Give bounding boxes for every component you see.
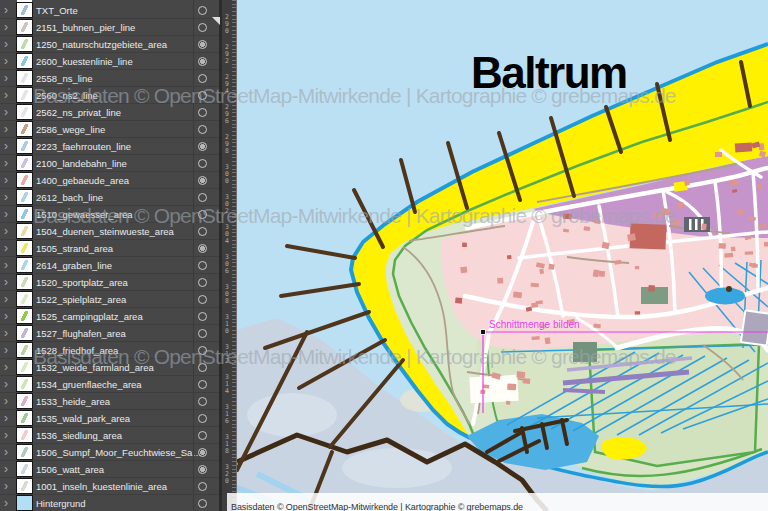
layer-row[interactable]: › TXT_Orte (0, 2, 222, 19)
layer-row[interactable]: › 1532_weide_farmland_area (0, 359, 222, 376)
layer-target-circle[interactable] (198, 6, 207, 15)
layer-row[interactable]: › 2586_wege_line (0, 121, 222, 138)
layer-row[interactable]: › 1525_campingplatz_area (0, 308, 222, 325)
expand-arrow-icon[interactable]: › (4, 325, 8, 341)
expand-arrow-icon[interactable]: › (4, 36, 8, 52)
layer-row[interactable]: › 1506_watt_area (0, 461, 222, 478)
layer-row[interactable]: › 2100_landebahn_line (0, 155, 222, 172)
layer-row[interactable]: › 2558_ns_line (0, 70, 222, 87)
expand-arrow-icon[interactable]: › (4, 121, 8, 137)
layer-target-circle[interactable] (198, 346, 207, 355)
expand-arrow-icon[interactable]: › (4, 291, 8, 307)
vertical-ruler[interactable]: 2902922942962983003023043063083103123143… (222, 0, 237, 511)
layer-target-circle[interactable] (198, 40, 207, 49)
layer-row[interactable]: › 2151_buhnen_pier_line (0, 19, 222, 36)
layer-target-circle[interactable] (198, 91, 207, 100)
layer-target-circle[interactable] (198, 414, 207, 423)
layer-row[interactable]: › 1527_flughafen_area (0, 325, 222, 342)
layer-target-circle[interactable] (198, 210, 207, 219)
layer-target-circle[interactable] (198, 176, 207, 185)
layer-target-circle[interactable] (198, 499, 207, 508)
layer-row[interactable]: › 1534_gruenflaeche_area (0, 376, 222, 393)
layer-row[interactable]: › 2562_ns_privat_line (0, 104, 222, 121)
selection-anchor[interactable] (481, 330, 486, 335)
expand-arrow-icon[interactable]: › (4, 206, 8, 222)
expand-arrow-icon[interactable]: › (4, 189, 8, 205)
layer-target-circle[interactable] (198, 482, 207, 491)
layer-target-circle[interactable] (198, 74, 207, 83)
layer-row[interactable]: › 1522_spielplatz_area (0, 291, 222, 308)
layer-target-circle[interactable] (198, 108, 207, 117)
expand-arrow-icon[interactable]: › (4, 274, 8, 290)
layer-target-circle[interactable] (198, 23, 207, 32)
expand-arrow-icon[interactable]: › (4, 495, 8, 511)
layer-row[interactable]: › 1250_naturschutzgebiete_area (0, 36, 222, 53)
expand-arrow-icon[interactable]: › (4, 155, 8, 171)
expand-arrow-icon[interactable]: › (4, 2, 8, 18)
expand-arrow-icon[interactable]: › (4, 53, 8, 69)
expand-arrow-icon[interactable]: › (4, 240, 8, 256)
layer-row[interactable]: › 2614_graben_line (0, 257, 222, 274)
layer-target-circle[interactable] (198, 295, 207, 304)
layer-target-circle[interactable] (198, 465, 207, 474)
expand-arrow-icon[interactable]: › (4, 70, 8, 86)
expand-arrow-icon[interactable]: › (4, 257, 8, 273)
layer-name: 1533_heide_area (36, 396, 110, 407)
layer-target-circle[interactable] (198, 380, 207, 389)
layer-row[interactable]: › 1510_gewaesser_area (0, 206, 222, 223)
layer-target-circle[interactable] (198, 244, 207, 253)
building (516, 371, 525, 378)
expand-arrow-icon[interactable]: › (4, 410, 8, 426)
ruler-label: 316 (225, 404, 229, 425)
expand-arrow-icon[interactable]: › (4, 376, 8, 392)
expand-arrow-icon[interactable]: › (4, 461, 8, 477)
layer-target-circle[interactable] (198, 227, 207, 236)
layer-row[interactable]: › 1520_sportplatz_area (0, 274, 222, 291)
expand-arrow-icon[interactable]: › (4, 478, 8, 494)
expand-arrow-icon[interactable]: › (4, 444, 8, 460)
layer-target-circle[interactable] (198, 397, 207, 406)
layer-row[interactable]: › 1533_heide_area (0, 393, 222, 410)
layer-row[interactable]: › 1506_Sumpf_Moor_Feuchtwiese_Sa… (0, 444, 222, 461)
expand-arrow-icon[interactable]: › (4, 19, 8, 35)
layer-target-circle[interactable] (198, 142, 207, 151)
expand-arrow-icon[interactable]: › (4, 427, 8, 443)
expand-arrow-icon[interactable]: › (4, 138, 8, 154)
layer-target-circle[interactable] (198, 193, 207, 202)
layer-row[interactable]: › 1001_inseln_kuestenlinie_area (0, 478, 222, 495)
layer-target-circle[interactable] (198, 57, 207, 66)
layer-name: 2151_buhnen_pier_line (36, 22, 135, 33)
layer-name: 1400_gebaeude_area (36, 175, 129, 186)
layer-thumbnail (17, 479, 32, 493)
layer-row[interactable]: › 1536_siedlung_area (0, 427, 222, 444)
layer-target-circle[interactable] (198, 278, 207, 287)
layer-row[interactable]: › 1535_wald_park_area (0, 410, 222, 427)
layer-target-circle[interactable] (198, 125, 207, 134)
layer-target-circle[interactable] (198, 363, 207, 372)
layer-target-circle[interactable] (198, 312, 207, 321)
layer-row[interactable]: › Hintergrund (0, 495, 222, 511)
expand-arrow-icon[interactable]: › (4, 104, 8, 120)
building (531, 336, 539, 340)
layer-row[interactable]: › 1504_duenen_steinwueste_area (0, 223, 222, 240)
expand-arrow-icon[interactable]: › (4, 172, 8, 188)
layer-row[interactable]: › 1400_gebaeude_area (0, 172, 222, 189)
expand-arrow-icon[interactable]: › (4, 342, 8, 358)
expand-arrow-icon[interactable]: › (4, 359, 8, 375)
layer-target-circle[interactable] (198, 431, 207, 440)
layer-target-circle[interactable] (198, 448, 207, 457)
expand-arrow-icon[interactable]: › (4, 393, 8, 409)
layer-row[interactable]: › 2600_kuestenlinie_line (0, 53, 222, 70)
expand-arrow-icon[interactable]: › (4, 87, 8, 103)
layer-row[interactable]: › 2560_ns2_line (0, 87, 222, 104)
layer-row[interactable]: › 1505_strand_area (0, 240, 222, 257)
layer-target-circle[interactable] (198, 261, 207, 270)
layer-target-circle[interactable] (198, 159, 207, 168)
layer-row[interactable]: › 1528_friedhof_area (0, 342, 222, 359)
expand-arrow-icon[interactable]: › (4, 223, 8, 239)
layer-row[interactable]: › 2223_faehrrouten_line (0, 138, 222, 155)
layer-row[interactable]: › 2612_bach_line (0, 189, 222, 206)
building (745, 251, 753, 255)
expand-arrow-icon[interactable]: › (4, 308, 8, 324)
layer-target-circle[interactable] (198, 329, 207, 338)
